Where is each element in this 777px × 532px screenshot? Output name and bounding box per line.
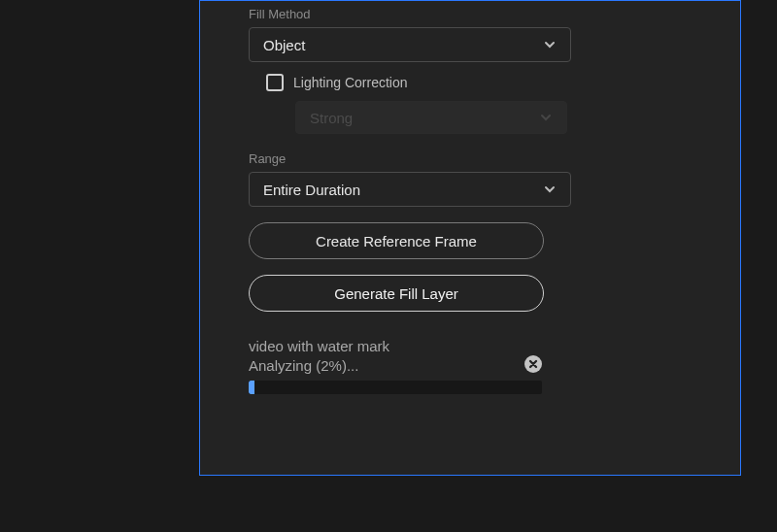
- chevron-down-icon: [539, 111, 553, 124]
- create-ref-label: Create Reference Frame: [316, 233, 477, 249]
- fill-method-value: Object: [263, 37, 305, 53]
- progress-asset-name: video with water mark: [249, 337, 389, 356]
- progress-fill: [249, 381, 254, 394]
- close-icon: [528, 359, 538, 369]
- range-label: Range: [249, 151, 701, 166]
- progress-block: video with water mark Analyzing (2%)...: [249, 337, 542, 394]
- range-dropdown[interactable]: Entire Duration: [249, 172, 571, 207]
- lighting-correction-label: Lighting Correction: [293, 75, 408, 90]
- fill-method-dropdown[interactable]: Object: [249, 27, 571, 62]
- lighting-strength-dropdown: Strong: [295, 101, 567, 134]
- generate-fill-layer-button[interactable]: Generate Fill Layer: [249, 275, 544, 312]
- content-aware-fill-panel: Fill Method Object Lighting Correction S…: [199, 0, 741, 476]
- cancel-button[interactable]: [524, 355, 542, 373]
- create-reference-frame-button[interactable]: Create Reference Frame: [249, 222, 544, 259]
- generate-fill-label: Generate Fill Layer: [334, 285, 458, 302]
- chevron-down-icon: [543, 183, 557, 196]
- lighting-correction-checkbox[interactable]: [266, 74, 284, 91]
- progress-status: Analyzing (2%)...: [249, 356, 389, 376]
- chevron-down-icon: [543, 38, 557, 51]
- range-value: Entire Duration: [263, 182, 360, 198]
- lighting-strength-value: Strong: [310, 110, 353, 126]
- fill-method-label: Fill Method: [249, 7, 701, 21]
- progress-bar: [249, 381, 542, 394]
